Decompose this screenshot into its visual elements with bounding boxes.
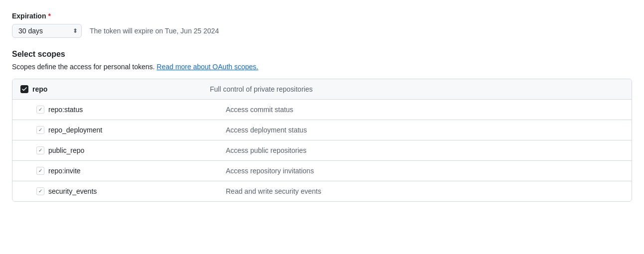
scope-checkbox-area-public-repo: public_repo bbox=[36, 146, 226, 154]
expiration-hint: The token will expire on Tue, Jun 25 202… bbox=[90, 27, 219, 35]
scope-row-security-events: security_events Read and write security … bbox=[12, 181, 632, 201]
scope-checkbox-repo-invite[interactable] bbox=[36, 167, 44, 175]
scope-row-public-repo: public_repo Access public repositories bbox=[12, 140, 632, 161]
scope-description-security-events: Read and write security events bbox=[226, 187, 624, 195]
scope-checkbox-public-repo[interactable] bbox=[36, 146, 44, 154]
scope-description-repo-deployment: Access deployment status bbox=[226, 126, 624, 134]
scopes-section: Select scopes Scopes define the access f… bbox=[12, 50, 632, 202]
scope-description-repo: Full control of private repositories bbox=[210, 85, 624, 93]
scope-checkbox-area-repo: repo bbox=[20, 85, 210, 93]
scope-checkbox-area-repo-invite: repo:invite bbox=[36, 167, 226, 175]
scope-checkbox-repo[interactable] bbox=[20, 85, 28, 93]
scope-checkbox-repo-status[interactable] bbox=[36, 106, 44, 114]
scope-checkbox-area-security-events: security_events bbox=[36, 187, 226, 195]
scope-name-repo: repo bbox=[32, 85, 47, 93]
scopes-description-text: Scopes define the access for personal to… bbox=[12, 63, 155, 71]
scopes-title: Select scopes bbox=[12, 50, 632, 59]
expiration-label: Expiration * bbox=[12, 12, 632, 20]
scope-description-public-repo: Access public repositories bbox=[226, 146, 624, 154]
expiration-select[interactable]: 7 days 30 days 60 days 90 days Custom No… bbox=[12, 24, 82, 38]
expiration-label-text: Expiration bbox=[12, 12, 46, 20]
scopes-description: Scopes define the access for personal to… bbox=[12, 63, 632, 71]
scope-row-repo-status: repo:status Access commit status bbox=[12, 100, 632, 120]
scope-name-security-events: security_events bbox=[48, 187, 97, 195]
oauth-scopes-link[interactable]: Read more about OAuth scopes. bbox=[157, 63, 258, 71]
scope-row-repo-invite: repo:invite Access repository invitation… bbox=[12, 161, 632, 181]
scope-name-repo-status: repo:status bbox=[48, 106, 83, 114]
scope-row-repo-deployment: repo_deployment Access deployment status bbox=[12, 120, 632, 140]
scope-description-repo-invite: Access repository invitations bbox=[226, 167, 624, 175]
expiration-select-wrapper: 7 days 30 days 60 days 90 days Custom No… bbox=[12, 24, 82, 38]
scope-checkbox-security-events[interactable] bbox=[36, 187, 44, 195]
scope-name-repo-invite: repo:invite bbox=[48, 167, 81, 175]
scope-checkbox-repo-deployment[interactable] bbox=[36, 126, 44, 134]
scope-name-public-repo: public_repo bbox=[48, 146, 84, 154]
scope-description-repo-status: Access commit status bbox=[226, 106, 624, 114]
scope-name-repo-deployment: repo_deployment bbox=[48, 126, 102, 134]
expiration-row: 7 days 30 days 60 days 90 days Custom No… bbox=[12, 24, 632, 38]
scopes-table: repo Full control of private repositorie… bbox=[12, 79, 632, 202]
scope-checkbox-area-repo-status: repo:status bbox=[36, 106, 226, 114]
scope-row-repo: repo Full control of private repositorie… bbox=[12, 79, 632, 100]
scope-checkbox-area-repo-deployment: repo_deployment bbox=[36, 126, 226, 134]
expiration-section: Expiration * 7 days 30 days 60 days 90 d… bbox=[12, 12, 632, 38]
required-star: * bbox=[48, 12, 50, 20]
